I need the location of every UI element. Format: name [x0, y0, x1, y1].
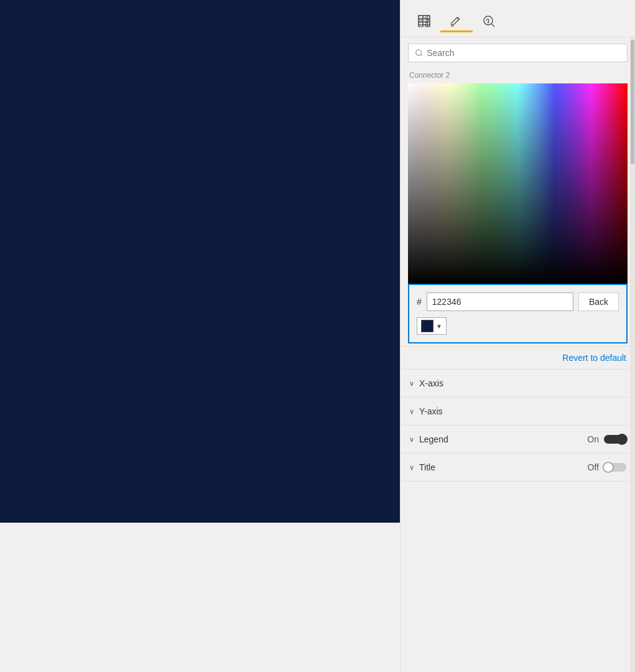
- black-overlay: [408, 83, 628, 284]
- svg-rect-0: [419, 16, 423, 20]
- hex-row: # Back: [417, 292, 619, 311]
- tab-format[interactable]: [440, 10, 473, 32]
- search-container: [401, 37, 635, 68]
- hex-input[interactable]: [427, 292, 573, 311]
- title-label: Title: [419, 462, 435, 472]
- x-axis-label: X-axis: [419, 378, 443, 388]
- title-toggle-label: Off: [588, 462, 599, 472]
- color-swatch-preview: [421, 320, 433, 332]
- svg-line-17: [420, 55, 422, 56]
- canvas-footer: [0, 523, 400, 672]
- right-panel: .toolbar-tab:nth-child(2)::after { conte…: [400, 0, 635, 672]
- legend-label: Legend: [419, 434, 448, 444]
- section-title[interactable]: ∨ Title Off: [401, 454, 635, 482]
- search-input[interactable]: [427, 48, 621, 58]
- svg-point-16: [416, 50, 422, 55]
- canvas-area: [0, 0, 400, 672]
- back-button[interactable]: Back: [578, 292, 619, 311]
- svg-point-15: [488, 22, 489, 22]
- format-icon: [449, 14, 464, 29]
- scrollbar-thumb[interactable]: [631, 40, 634, 164]
- sections-list: ∨ X-axis ∨ Y-axis ∨ Legend On: [401, 370, 635, 482]
- section-legend[interactable]: ∨ Legend On: [401, 426, 635, 454]
- legend-toggle[interactable]: [604, 435, 626, 444]
- color-section: [401, 81, 635, 284]
- section-label: Connector 2: [401, 68, 635, 81]
- chevron-title-icon: ∨: [409, 464, 414, 472]
- chevron-legend-icon: ∨: [409, 436, 414, 444]
- revert-to-default-link[interactable]: Revert to default: [562, 353, 626, 363]
- analytics-icon: [481, 14, 496, 29]
- legend-toggle-label: On: [587, 434, 599, 444]
- color-swatch-button[interactable]: ▼: [417, 317, 447, 335]
- hex-label: #: [417, 297, 422, 307]
- y-axis-label: Y-axis: [419, 406, 443, 416]
- section-x-axis[interactable]: ∨ X-axis: [401, 370, 635, 398]
- chevron-x-axis-icon: ∨: [409, 380, 414, 388]
- revert-row: Revert to default: [401, 346, 635, 370]
- tab-grid[interactable]: [408, 10, 440, 32]
- legend-toggle-thumb: [616, 434, 628, 445]
- section-y-axis[interactable]: ∨ Y-axis: [401, 398, 635, 426]
- chart-canvas: [0, 0, 400, 523]
- svg-point-13: [484, 16, 493, 25]
- title-toggle[interactable]: [604, 463, 626, 472]
- scrollbar[interactable]: [630, 37, 635, 672]
- chevron-y-axis-icon: ∨: [409, 408, 414, 416]
- title-toggle-thumb: [603, 462, 614, 473]
- color-picker-area[interactable]: [408, 83, 628, 284]
- search-icon: [415, 49, 423, 57]
- search-box: [408, 44, 628, 62]
- svg-rect-12: [451, 26, 454, 27]
- tab-analytics[interactable]: [473, 10, 505, 32]
- swatch-row: ▼: [417, 317, 619, 335]
- dropdown-arrow-icon: ▼: [436, 323, 442, 330]
- grid-icon: [417, 14, 432, 29]
- toolbar-tabs: .toolbar-tab:nth-child(2)::after { conte…: [401, 0, 635, 37]
- color-input-area: # Back ▼: [408, 284, 628, 343]
- color-gradient: [408, 83, 628, 284]
- svg-line-14: [492, 24, 495, 27]
